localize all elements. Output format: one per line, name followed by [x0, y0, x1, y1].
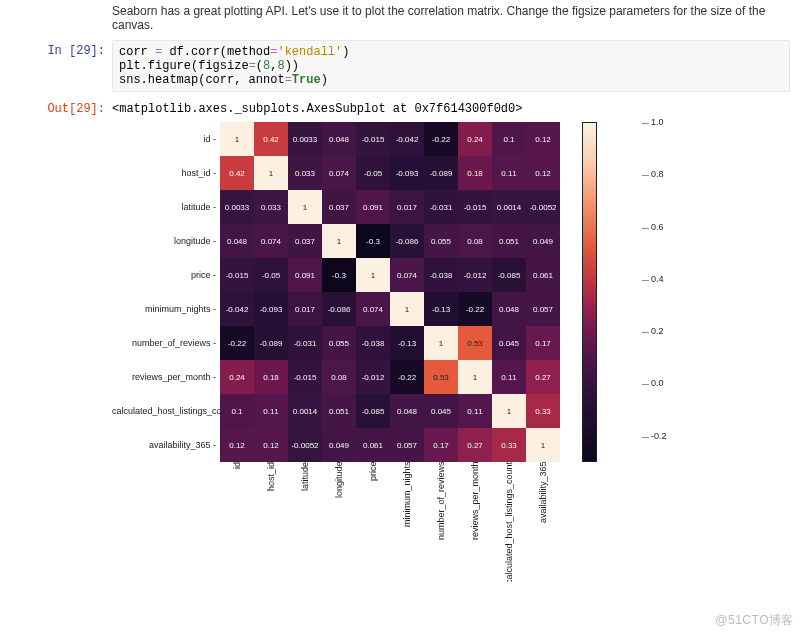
heatmap-cell: 0.017 — [288, 292, 322, 326]
heatmap-cell: 0.0014 — [288, 394, 322, 428]
heatmap-plot: id -host_id -latitude -longitude -price … — [112, 122, 742, 572]
heatmap-cell: -0.05 — [254, 258, 288, 292]
x-tick-label: calculated_host_listings_count — [492, 462, 526, 582]
heatmap-cell: 1 — [492, 394, 526, 428]
heatmap-cell: 0.048 — [390, 394, 424, 428]
heatmap-cell: 0.048 — [322, 122, 356, 156]
heatmap-cell: 0.33 — [526, 394, 560, 428]
heatmap-cell: 0.0014 — [492, 190, 526, 224]
out-prompt: Out[29]: — [10, 98, 112, 116]
heatmap-cell: 0.17 — [424, 428, 458, 462]
heatmap-cell: -0.22 — [458, 292, 492, 326]
y-tick-label: latitude - — [112, 190, 220, 224]
heatmap-cell: 0.074 — [390, 258, 424, 292]
heatmap-cell: -0.042 — [220, 292, 254, 326]
heatmap-cell: 1 — [526, 428, 560, 462]
heatmap-cell: 0.061 — [526, 258, 560, 292]
code-token: ) — [342, 45, 349, 59]
heatmap-cell: 0.53 — [424, 360, 458, 394]
notebook-view: Seaborn has a great plotting API. Let's … — [0, 0, 800, 582]
x-tick-label: id — [220, 462, 254, 582]
code-input[interactable]: corr = df.corr(method='kendall') plt.fig… — [112, 40, 790, 92]
y-tick-label: availability_365 - — [112, 428, 220, 462]
heatmap-cell: -0.015 — [458, 190, 492, 224]
heatmap-cell: 0.048 — [492, 292, 526, 326]
code-token: 8 — [277, 59, 284, 73]
heatmap-cell: 0.055 — [424, 224, 458, 258]
y-tick-label: id - — [112, 122, 220, 156]
output-cell: Out[29]: <matplotlib.axes._subplots.Axes… — [10, 98, 790, 116]
x-tick-label: number_of_reviews — [424, 462, 458, 582]
x-tick-label: price — [356, 462, 390, 582]
code-token: corr — [119, 45, 155, 59]
heatmap-cell: 1 — [424, 326, 458, 360]
heatmap-area: id -host_id -latitude -longitude -price … — [112, 122, 742, 462]
heatmap-cell: -0.0052 — [288, 428, 322, 462]
heatmap-cell: 0.1 — [492, 122, 526, 156]
heatmap-cell: 0.091 — [356, 190, 390, 224]
code-token: sns.heatmap(corr, annot — [119, 73, 285, 87]
heatmap-cell: 0.53 — [458, 326, 492, 360]
colorbar-tick: 0.2 — [642, 326, 664, 336]
heatmap-cell: 0.27 — [526, 360, 560, 394]
heatmap-cell: 0.42 — [220, 156, 254, 190]
heatmap-cell: 0.057 — [390, 428, 424, 462]
heatmap-cell: -0.3 — [322, 258, 356, 292]
heatmap-cell: 0.091 — [288, 258, 322, 292]
heatmap-cell: 0.1 — [220, 394, 254, 428]
heatmap-cell: 0.08 — [322, 360, 356, 394]
colorbar — [582, 122, 597, 462]
colorbar-tick: 0.4 — [642, 274, 664, 284]
code-token: ( — [256, 59, 263, 73]
colorbar-tick: 0.8 — [642, 169, 664, 179]
heatmap-cell: 0.17 — [526, 326, 560, 360]
code-token: df.corr(method — [162, 45, 270, 59]
heatmap-cell: 0.11 — [254, 394, 288, 428]
x-tick-label: latitude — [288, 462, 322, 582]
colorbar-tick: 0.6 — [642, 222, 664, 232]
heatmap-cell: 0.12 — [254, 428, 288, 462]
heatmap-cell: -0.22 — [390, 360, 424, 394]
heatmap-cell: 0.074 — [356, 292, 390, 326]
x-tick-label: availability_365 — [526, 462, 560, 582]
code-token: True — [292, 73, 321, 87]
heatmap-cell: 0.12 — [526, 156, 560, 190]
colorbar-tick: 0.0 — [642, 378, 664, 388]
heatmap-cell: 0.061 — [356, 428, 390, 462]
output-text: <matplotlib.axes._subplots.AxesSubplot a… — [112, 98, 522, 116]
heatmap-cell: -0.085 — [356, 394, 390, 428]
heatmap-cell: -0.3 — [356, 224, 390, 258]
heatmap-cell: -0.22 — [220, 326, 254, 360]
heatmap-cell: 0.18 — [458, 156, 492, 190]
heatmap-cell: 0.33 — [492, 428, 526, 462]
heatmap-cell: 0.045 — [492, 326, 526, 360]
heatmap-cell: -0.031 — [424, 190, 458, 224]
heatmap-cell: -0.05 — [356, 156, 390, 190]
heatmap-cell: 0.42 — [254, 122, 288, 156]
heatmap-cell: -0.015 — [288, 360, 322, 394]
in-prompt: In [29]: — [10, 40, 112, 58]
heatmap-cell: 0.057 — [526, 292, 560, 326]
heatmap-cell: 1 — [356, 258, 390, 292]
heatmap-cell: 0.27 — [458, 428, 492, 462]
y-tick-label: longitude - — [112, 224, 220, 258]
y-tick-label: minimum_nights - — [112, 292, 220, 326]
heatmap-cell: 0.18 — [254, 360, 288, 394]
code-token: 'kendall' — [277, 45, 342, 59]
heatmap-cell: -0.093 — [254, 292, 288, 326]
heatmap-cell: 1 — [322, 224, 356, 258]
heatmap-cell: -0.0052 — [526, 190, 560, 224]
code-token: plt.figure(figsize — [119, 59, 249, 73]
heatmap-cell: 0.037 — [288, 224, 322, 258]
heatmap-cell: -0.22 — [424, 122, 458, 156]
x-tick-label: reviews_per_month — [458, 462, 492, 582]
heatmap-cell: -0.038 — [356, 326, 390, 360]
heatmap-cell: -0.086 — [390, 224, 424, 258]
y-axis-labels: id -host_id -latitude -longitude -price … — [112, 122, 220, 462]
heatmap-cell: 0.017 — [390, 190, 424, 224]
heatmap-cell: -0.012 — [458, 258, 492, 292]
heatmap-cell: 0.08 — [458, 224, 492, 258]
code-token: ) — [321, 73, 328, 87]
heatmap-cell: -0.015 — [356, 122, 390, 156]
heatmap-cell: 1 — [220, 122, 254, 156]
